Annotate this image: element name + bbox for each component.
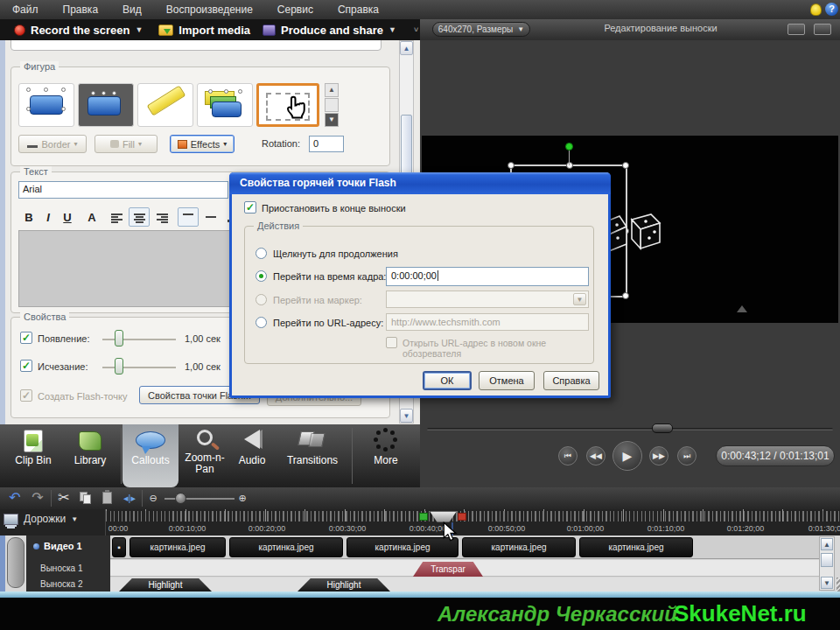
split-icon[interactable]: ◂|▸ <box>120 489 139 507</box>
valign-top-button[interactable] <box>178 207 199 227</box>
video-clip[interactable]: картинка.jpeg <box>229 537 343 557</box>
fade-in-slider[interactable] <box>115 330 123 346</box>
shape-thumb-marker[interactable] <box>137 83 193 127</box>
tracks-scrollbar[interactable]: ▲ ▼ <box>819 536 835 591</box>
panel-scroll-down[interactable]: ▼ <box>400 409 413 423</box>
tracks-scroll-thumb[interactable] <box>821 553 833 567</box>
seek-thumb[interactable] <box>652 424 673 433</box>
tracks-scroll-up[interactable]: ▲ <box>821 538 833 550</box>
clip-start-marker[interactable]: ▪ <box>112 537 126 557</box>
menu-edit[interactable]: Правка <box>51 0 111 19</box>
panel-scroll-up[interactable]: ▲ <box>400 41 413 55</box>
pause-at-end-checkbox[interactable]: ✓ <box>244 201 256 214</box>
selection-handle[interactable] <box>622 292 629 299</box>
help-icon[interactable]: ? <box>825 3 838 16</box>
timeline-ruler[interactable]: 00:00 0:00:10;00 0:00:20;00 0:00:30;00 0… <box>105 509 840 536</box>
selection-handle[interactable] <box>566 162 573 169</box>
tab-clip-bin[interactable]: Clip Bin <box>5 424 61 487</box>
selection-start-marker[interactable] <box>419 513 428 521</box>
paste-icon[interactable] <box>98 489 117 507</box>
track-height-slider[interactable] <box>7 537 24 588</box>
produce-caret-icon[interactable]: ▼ <box>388 25 396 34</box>
rewind-button[interactable]: ◀◀ <box>586 446 606 466</box>
marker-combo[interactable]: ▼ <box>386 290 589 308</box>
video-clip[interactable]: картинка.jpeg <box>579 537 693 557</box>
record-screen-button[interactable]: Record the screen <box>31 24 130 37</box>
shape-thumb-shapes[interactable] <box>197 83 253 127</box>
selection-handle[interactable] <box>622 162 629 169</box>
shrink-to-fit-icon[interactable] <box>788 24 805 35</box>
border-button[interactable]: Border▾ <box>18 135 87 153</box>
tab-zoom-n-pan[interactable]: Zoom-n-Pan <box>181 424 228 487</box>
tab-transitions[interactable]: Transitions <box>276 424 348 487</box>
cut-icon[interactable]: ✂ <box>54 489 74 507</box>
font-select[interactable]: Arial <box>18 181 228 199</box>
shape-thumb-callout-dark[interactable] <box>78 83 134 127</box>
track-name-callout2[interactable]: Выноска 2 <box>40 579 82 589</box>
transparent-callout-clip[interactable]: Transpar <box>413 562 483 577</box>
track-name-video[interactable]: Видео 1 <box>44 541 82 551</box>
tab-library[interactable]: Library <box>65 424 116 487</box>
tip-lightbulb-icon[interactable] <box>810 4 822 16</box>
align-right-button[interactable] <box>151 207 172 227</box>
font-color-button[interactable]: A <box>81 207 102 227</box>
goto-frame-radio[interactable] <box>256 270 267 282</box>
timeline-zoom-slider[interactable] <box>175 493 186 504</box>
highlight-clip[interactable]: Highlight <box>119 578 212 592</box>
go-start-button[interactable]: ⏮ <box>558 446 578 466</box>
zoom-in-icon[interactable]: ⊕ <box>234 489 250 507</box>
forward-button[interactable]: ▶▶ <box>649 446 668 466</box>
highlight-clip[interactable]: Highlight <box>298 578 390 592</box>
go-end-button[interactable]: ⏭ <box>677 446 696 466</box>
shape-thumb-hotspot[interactable] <box>256 83 319 127</box>
underline-button[interactable]: U <box>57 207 78 227</box>
shape-scroll-up[interactable]: ▲ <box>325 83 339 97</box>
video-clip[interactable]: картинка.jpeg <box>346 537 458 557</box>
align-center-button[interactable] <box>129 207 150 227</box>
resize-grip[interactable] <box>836 578 840 592</box>
tab-more[interactable]: More <box>354 424 418 487</box>
selection-end-marker[interactable] <box>458 513 466 521</box>
fade-out-checkbox[interactable]: ✓ <box>20 360 32 372</box>
callout-text-area[interactable] <box>18 230 232 307</box>
seek-bar[interactable] <box>427 428 833 430</box>
undo-icon[interactable]: ↶ <box>5 489 24 507</box>
rotation-input[interactable]: 0 <box>309 136 344 152</box>
redo-icon[interactable]: ↷ <box>28 489 47 507</box>
open-new-window-checkbox[interactable] <box>386 337 397 348</box>
canvas-size-dropdown[interactable]: 640x270, Размеры ▼ <box>432 22 530 37</box>
fade-in-checkbox[interactable]: ✓ <box>20 332 32 344</box>
goto-url-radio[interactable] <box>256 317 267 328</box>
help-button[interactable]: Справка <box>543 371 599 390</box>
menu-play[interactable]: Воспроизведение <box>154 0 265 19</box>
copy-icon[interactable] <box>76 489 95 507</box>
ok-button[interactable]: ОК <box>423 371 472 390</box>
goto-marker-radio[interactable] <box>256 294 267 305</box>
rotation-handle[interactable] <box>565 143 573 150</box>
zoom-out-icon[interactable]: ⊖ <box>145 489 161 507</box>
effects-button[interactable]: Effects▾ <box>170 135 234 153</box>
tracks-scroll-down[interactable]: ▼ <box>821 577 833 589</box>
video-clip[interactable]: картинка.jpeg <box>130 537 226 557</box>
shape-scroll-mid[interactable] <box>325 98 339 112</box>
tab-callouts[interactable]: Callouts <box>122 424 178 487</box>
selection-handle[interactable] <box>508 162 514 169</box>
track-name-callout1[interactable]: Выноска 1 <box>40 564 82 573</box>
menu-help[interactable]: Справка <box>326 0 391 19</box>
toolbar-overflow-icon[interactable]: ˅ <box>414 25 418 34</box>
play-button[interactable]: ▶ <box>612 441 642 471</box>
shape-scroll-down[interactable]: ▼ <box>325 113 339 127</box>
flash-hotspot-checkbox[interactable]: ✓ <box>20 389 32 402</box>
tab-audio[interactable]: Audio <box>231 424 273 487</box>
menu-view[interactable]: Вид <box>110 0 154 19</box>
valign-middle-button[interactable] <box>200 207 221 227</box>
video-clip[interactable]: картинка.jpeg <box>462 537 576 557</box>
detach-preview-icon[interactable] <box>814 24 831 35</box>
import-media-button[interactable]: Import media <box>178 24 250 37</box>
cancel-button[interactable]: Отмена <box>479 371 535 390</box>
dialog-title-bar[interactable]: Свойства горячей точки Flash <box>229 172 611 194</box>
shape-thumb-callout[interactable] <box>18 83 74 127</box>
fill-button[interactable]: Fill▾ <box>94 135 158 153</box>
tracks-dropdown[interactable]: Дорожки ▼ <box>4 513 78 525</box>
bold-button[interactable]: B <box>18 207 39 227</box>
